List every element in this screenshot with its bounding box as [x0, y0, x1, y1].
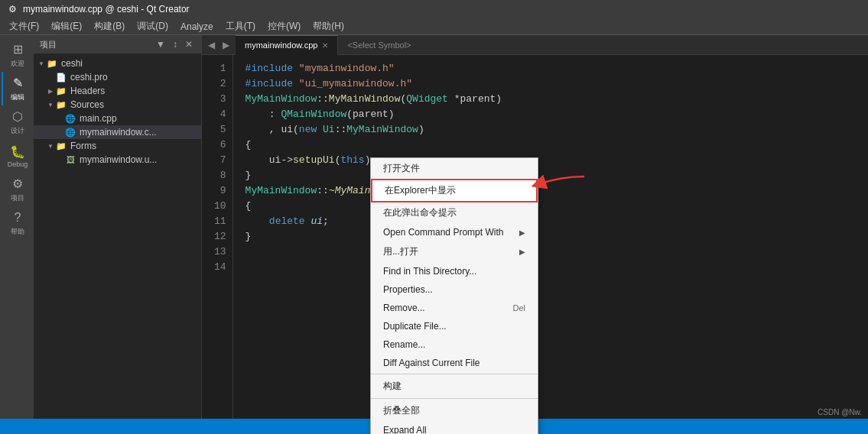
tab-close-mymainwindow-cpp[interactable]: ✕ — [322, 41, 328, 50]
menu-item-t[interactable]: 工具(T) — [219, 18, 262, 34]
sidebar-icon-design: ⬡ — [10, 109, 25, 125]
ctx-cmd-prompt[interactable]: 在此弹出命令提示 — [371, 202, 538, 223]
tree-arrow-ceshi: ▼ — [37, 60, 46, 67]
ctx-remove-label: Remove... — [383, 303, 425, 313]
tab-mymainwindow-cpp[interactable]: mymainwindow.cpp ✕ — [236, 35, 338, 55]
file-icon-mymainwindow-cpp: 🌐 — [64, 126, 76, 138]
project-panel: 项目 ▼ ↕ ✕ ▼ 📁 ceshi 📄 ceshi.pro — [34, 35, 202, 434]
code-lines: #include "mymainwindow.h" #include "ui_m… — [233, 55, 868, 434]
ctx-show-explorer[interactable]: 在Explorer中显示 — [371, 179, 538, 202]
menu-item-analyze[interactable]: Analyze — [174, 20, 219, 34]
sidebar-btn-edit[interactable]: ✎编辑 — [2, 72, 32, 105]
ctx-open-cmd-with-arrow: ▶ — [519, 228, 525, 237]
folder-icon-forms: 📁 — [55, 140, 67, 152]
sync-btn[interactable]: ↕ — [171, 38, 180, 50]
sidebar-btn-help[interactable]: ?帮助 — [2, 206, 32, 240]
code-line-6: , ui(new Ui::MyMainWindow) — [245, 122, 856, 138]
ctx-open-with[interactable]: 用...打开 ▶ — [371, 241, 538, 262]
panel-toolbar: ▼ ↕ ✕ — [154, 38, 195, 50]
tree-item-main-cpp[interactable]: 🌐 main.cpp — [34, 112, 201, 125]
ctx-open-file[interactable]: 打开文件 — [371, 158, 538, 179]
sidebar-label-edit: 编辑 — [11, 92, 24, 102]
code-line-14: } — [245, 229, 856, 245]
code-line-8: ui->setupUi(this); — [245, 153, 856, 168]
tree-label-ceshi: ceshi — [61, 58, 83, 69]
ctx-cmd-prompt-label: 在此弹出命令提示 — [383, 206, 457, 219]
ctx-duplicate[interactable]: Duplicate File... — [371, 317, 538, 335]
ctx-find-in-dir[interactable]: Find in This Directory... — [371, 262, 538, 280]
tree-label-main-cpp: main.cpp — [80, 113, 117, 124]
sidebar-btn-design[interactable]: ⬡设计 — [2, 105, 32, 139]
sidebar-label-project: 项目 — [11, 193, 24, 203]
menu-item-f[interactable]: 文件(F) — [3, 18, 45, 34]
window-title: mymainwindow.cpp @ ceshi - Qt Creator — [23, 4, 190, 15]
forward-btn[interactable]: ▶ — [219, 38, 232, 52]
ctx-open-file-label: 打开文件 — [383, 162, 420, 175]
ctx-expand-all[interactable]: Expand All — [371, 421, 538, 434]
sidebar-label-help: 帮助 — [11, 227, 24, 237]
ctx-remove[interactable]: Remove... Del — [371, 299, 538, 317]
tree-item-mymainwindow-cpp[interactable]: 🌐 mymainwindow.c... — [34, 125, 201, 139]
ctx-open-cmd-with-label: Open Command Prompt With — [383, 227, 503, 238]
filter-btn[interactable]: ▼ — [154, 38, 167, 50]
code-line-7: { — [245, 138, 856, 153]
sidebar-icon-edit: ✎ — [10, 76, 25, 91]
sidebar-btn-project[interactable]: ⚙项目 — [2, 173, 32, 206]
ctx-open-with-label: 用...打开 — [383, 245, 418, 258]
tab-select-symbol[interactable]: <Select Symbol> — [338, 37, 420, 53]
ctx-expand-all-label: Expand All — [383, 425, 427, 434]
menu-item-w[interactable]: 控件(W) — [262, 18, 307, 34]
ctx-rename[interactable]: Rename... — [371, 335, 538, 354]
ctx-duplicate-label: Duplicate File... — [383, 321, 447, 332]
file-icon-mymainwindow-ui: 🖼 — [64, 154, 76, 166]
ctx-diff[interactable]: Diff Against Current File — [371, 354, 538, 372]
file-icon-main-cpp: 🌐 — [64, 112, 76, 125]
folder-icon-headers: 📁 — [55, 85, 67, 97]
ctx-collapse-all[interactable]: 折叠全部 — [371, 400, 538, 421]
menu-item-e[interactable]: 编辑(E) — [45, 18, 88, 34]
sidebar-label-debug: Debug — [8, 160, 28, 168]
tree-item-mymainwindow-ui[interactable]: 🖼 mymainwindow.u... — [34, 153, 201, 167]
ctx-rename-label: Rename... — [383, 339, 425, 350]
tab-bar: ◀ ▶ mymainwindow.cpp ✕ <Select Symbol> — [202, 35, 868, 55]
menu-item-d[interactable]: 调试(D) — [131, 18, 174, 34]
tree-item-sources[interactable]: ▼ 📁 Sources — [34, 98, 201, 112]
ctx-remove-shortcut: Del — [512, 303, 525, 313]
sidebar-icon-help: ? — [10, 210, 25, 225]
tree-item-pro[interactable]: 📄 ceshi.pro — [34, 70, 201, 84]
tree-label-sources: Sources — [70, 99, 104, 110]
back-btn[interactable]: ◀ — [205, 38, 218, 52]
menu-item-h[interactable]: 帮助(H) — [307, 18, 350, 34]
tree-item-forms[interactable]: ▼ 📁 Forms — [34, 139, 201, 153]
folder-icon-ceshi: 📁 — [46, 57, 58, 70]
sidebar-icon-debug: 🐛 — [10, 144, 25, 159]
title-bar: ⚙ mymainwindow.cpp @ ceshi - Qt Creator — [0, 0, 868, 18]
file-icon-pro: 📄 — [55, 71, 67, 83]
nav-arrows: ◀ ▶ — [202, 38, 236, 52]
code-line-2: #include "ui_mymainwindow.h" — [245, 76, 856, 92]
code-line-4: MyMainWindow::MyMainWindow(QWidget *pare… — [245, 92, 856, 107]
tab-label-mymainwindow-cpp: mymainwindow.cpp — [245, 40, 317, 50]
code-line-1: #include "mymainwindow.h" — [245, 61, 856, 76]
ctx-open-with-arrow: ▶ — [519, 248, 525, 256]
watermark-text: CSDN @Nw. — [818, 408, 862, 416]
project-tree: ▼ 📁 ceshi 📄 ceshi.pro ▶ 📁 Headers — [34, 53, 201, 434]
sidebar-btn-welcome[interactable]: ⊞欢迎 — [2, 38, 32, 72]
ctx-diff-label: Diff Against Current File — [383, 358, 480, 368]
watermark-area: CSDN @Nw. — [818, 406, 862, 417]
ctx-collapse-all-label: 折叠全部 — [383, 404, 420, 417]
tree-item-ceshi[interactable]: ▼ 📁 ceshi — [34, 57, 201, 70]
tree-label-forms: Forms — [70, 141, 96, 151]
ctx-separator-2 — [371, 398, 538, 399]
ctx-open-cmd-with[interactable]: Open Command Prompt With ▶ — [371, 223, 538, 241]
close-panel-btn[interactable]: ✕ — [183, 38, 195, 50]
sidebar-label-welcome: 欢迎 — [11, 59, 24, 69]
tree-arrow-forms: ▼ — [46, 143, 55, 150]
tree-label-pro: ceshi.pro — [70, 72, 108, 83]
menu-item-b[interactable]: 构建(B) — [88, 18, 131, 34]
sidebar-btn-debug[interactable]: 🐛Debug — [2, 139, 32, 173]
ctx-properties[interactable]: Properties... — [371, 280, 538, 299]
sidebar-icon-welcome: ⊞ — [10, 42, 25, 57]
tree-item-headers[interactable]: ▶ 📁 Headers — [34, 84, 201, 98]
ctx-build[interactable]: 构建 — [371, 376, 538, 397]
